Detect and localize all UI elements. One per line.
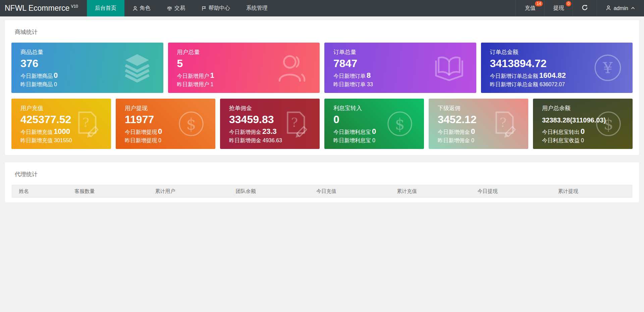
today-value: 1604.82 — [539, 71, 566, 80]
agent-stats-panel: 代理统计 姓名 客服数量 累计用户 团队余额 今日充值 累计充值 今日提现 累计… — [5, 162, 639, 202]
today-value: 1 — [210, 71, 214, 80]
today-label: 今日新增提现 — [125, 129, 157, 135]
mall-stats-panel: 商城统计 商品总量 376 今日新增商品0 昨日新增商品0 用户总量 5 今日新… — [5, 20, 639, 155]
nav-item-system[interactable]: 系统管理 — [238, 0, 276, 16]
refresh-icon — [582, 4, 588, 12]
yesterday-value: 636072.07 — [540, 82, 565, 87]
nav-item-home[interactable]: 后台首页 — [87, 0, 124, 16]
dollar-circle-icon: $ — [178, 110, 205, 137]
svg-text:$: $ — [395, 115, 405, 133]
doc-question-icon: ? — [489, 109, 518, 138]
today-label: 今日新增利息宝 — [333, 129, 371, 135]
stat-card-products: 商品总量 376 今日新增商品0 昨日新增商品0 — [11, 43, 163, 93]
yesterday-label: 今日利息宝收益 — [542, 138, 580, 143]
yesterday-value: 0 — [471, 138, 474, 143]
yesterday-label: 昨日新增订单 — [333, 82, 366, 87]
stats-row-2: 用户充值 425377.52 今日新增充值1000 昨日新增充值301550 ?… — [11, 99, 633, 149]
user-icon — [275, 51, 309, 85]
yesterday-value: 0 — [158, 138, 161, 143]
column-header-total-recharge: 累计充值 — [390, 188, 471, 195]
today-label: 今日利息宝转出 — [542, 129, 580, 135]
agent-stats-title: 代理统计 — [15, 170, 633, 178]
yesterday-label: 昨日新增用户 — [177, 82, 209, 87]
today-label: 今日新增充值 — [20, 129, 53, 135]
top-navbar: NFWL Ecommerce V10 后台首页 角色 交易 帮助中心 系统管理 — [0, 0, 644, 16]
brand-version: V10 — [71, 4, 78, 9]
yesterday-label: 昨日新增佣金 — [229, 138, 261, 143]
stat-card-sub-rebate: 下级返佣 3452.12 今日新增佣金0 昨日新增佣金0 ? — [429, 99, 528, 149]
yesterday-label: 昨日新增佣金 — [438, 138, 470, 143]
column-header-today-recharge: 今日充值 — [310, 188, 390, 195]
today-value: 8 — [367, 71, 371, 80]
yesterday-label: 昨日新增利息宝 — [333, 138, 371, 143]
main-nav: 后台首页 角色 交易 帮助中心 系统管理 — [87, 0, 276, 16]
stat-card-user-recharge: 用户充值 425377.52 今日新增充值1000 昨日新增充值301550 ? — [11, 99, 111, 149]
book-icon — [433, 51, 466, 84]
today-label: 今日新增订单总金额 — [490, 73, 538, 79]
today-value: 0 — [581, 127, 585, 136]
recharge-button[interactable]: 充值 14 — [516, 0, 544, 16]
today-value: 0 — [54, 71, 58, 80]
doc-question-icon: ? — [280, 109, 309, 138]
agent-table-header: 姓名 客服数量 累计用户 团队余额 今日充值 累计充值 今日提现 累计提现 — [12, 185, 632, 198]
stat-card-order-amount: 订单总金额 3413894.72 今日新增订单总金额1604.82 昨日新增订单… — [481, 43, 633, 93]
column-header-today-withdraw: 今日提现 — [471, 188, 551, 195]
column-header-total-withdraw: 累计提现 — [551, 188, 632, 195]
layers-icon — [122, 52, 153, 83]
username: admin — [613, 5, 628, 11]
yesterday-label: 昨日新增充值 — [20, 138, 53, 143]
today-value: 1000 — [54, 127, 70, 136]
yesterday-label: 昨日新增提现 — [125, 138, 157, 143]
brand-name: NFWL Ecommerce — [5, 4, 69, 13]
stat-card-user-withdraw: 用户提现 11977 今日新增提现0 昨日新增提现0 $ — [116, 99, 215, 149]
user-icon — [132, 6, 138, 11]
column-header-name: 姓名 — [12, 188, 68, 195]
yen-circle-icon: ¥ — [594, 54, 622, 82]
yesterday-value: 0 — [54, 82, 57, 87]
scales-icon — [167, 6, 172, 11]
withdraw-button[interactable]: 提现 0 — [544, 0, 573, 16]
withdraw-badge: 0 — [566, 1, 572, 6]
today-value: 0 — [471, 127, 475, 136]
stat-card-users: 用户总量 5 今日新增用户1 昨日新增用户1 — [168, 43, 320, 93]
today-label: 今日新增订单 — [333, 73, 366, 79]
dollar-circle-icon: $ — [595, 110, 622, 137]
refresh-button[interactable] — [573, 0, 597, 16]
today-value: 23.3 — [262, 127, 277, 136]
user-icon — [606, 5, 611, 12]
column-header-total-users: 累计用户 — [149, 188, 229, 195]
svg-text:?: ? — [83, 115, 89, 130]
recharge-badge: 14 — [535, 1, 543, 6]
yesterday-label: 昨日新增订单总金额 — [490, 82, 538, 87]
navbar-right: 充值 14 提现 0 admin — [516, 0, 644, 16]
yesterday-value: 1 — [211, 82, 214, 87]
yesterday-label: 昨日新增商品 — [20, 82, 53, 87]
today-label: 今日新增佣金 — [438, 129, 470, 135]
svg-text:?: ? — [500, 115, 506, 130]
flag-icon — [201, 6, 207, 11]
stat-card-orders: 订单总量 7847 今日新增订单8 昨日新增订单33 — [324, 43, 476, 93]
nav-item-roles[interactable]: 角色 — [124, 0, 159, 16]
today-label: 今日新增佣金 — [229, 129, 261, 135]
doc-question-icon: ? — [71, 109, 100, 138]
yesterday-value: 4936.63 — [263, 138, 282, 143]
yesterday-value: 0 — [372, 138, 375, 143]
today-value: 0 — [158, 127, 162, 136]
svg-text:¥: ¥ — [603, 59, 613, 77]
yesterday-value: 0 — [581, 138, 584, 143]
nav-item-help-center[interactable]: 帮助中心 — [193, 0, 238, 16]
brand-logo[interactable]: NFWL Ecommerce V10 — [0, 0, 87, 16]
today-value: 0 — [372, 127, 376, 136]
stat-card-user-balance: 用户总余额 32383.28(311096.03) 今日利息宝转出0 今日利息宝… — [533, 99, 633, 149]
chevron-up-icon — [631, 5, 635, 11]
column-header-team-balance: 团队余额 — [229, 188, 310, 195]
yesterday-value: 33 — [367, 82, 373, 87]
today-label: 今日新增商品 — [20, 73, 53, 79]
yesterday-value: 301550 — [54, 138, 72, 143]
dollar-circle-icon: $ — [386, 110, 413, 137]
svg-text:?: ? — [291, 115, 298, 130]
mall-stats-title: 商城统计 — [15, 28, 633, 36]
user-menu[interactable]: admin — [597, 0, 644, 16]
stat-card-interest-in: 利息宝转入 0 今日新增利息宝0 昨日新增利息宝0 $ — [324, 99, 424, 149]
nav-item-trade[interactable]: 交易 — [159, 0, 193, 16]
